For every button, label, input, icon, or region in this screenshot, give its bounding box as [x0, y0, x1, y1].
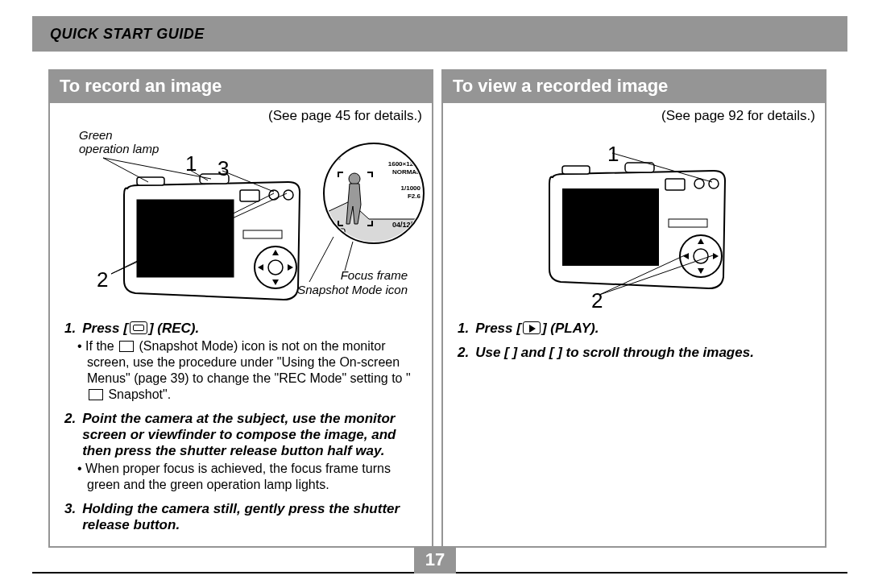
svg-rect-33 [562, 166, 590, 174]
step-number: 2. [458, 345, 469, 361]
svg-text:04/12/24: 04/12/24 [392, 221, 420, 229]
step-text: Press [] (REC). [82, 321, 199, 337]
svg-rect-21 [334, 230, 338, 235]
step-2: 2. Point the camera at the subject, use … [64, 411, 417, 493]
svg-point-38 [709, 179, 719, 188]
illustration-view: 1 2 [453, 127, 815, 313]
step-number: 2. [64, 411, 76, 459]
annot-green-lamp: Green operation lamp [79, 129, 159, 155]
svg-line-13 [103, 158, 148, 182]
step-1: 1. Press [] (PLAY). [458, 321, 810, 337]
step-number: 1. [64, 321, 76, 337]
annot-snapshot-icon: Snapshot Mode icon [297, 284, 408, 297]
camera-view-svg [453, 127, 818, 313]
steps-record: 1. Press [] (REC). • If the (Snapshot Mo… [50, 317, 432, 549]
callout-1: 1 [607, 142, 619, 167]
step-text: Holding the camera still, gently press t… [82, 501, 417, 533]
t: When proper focus is achieved, the focus… [85, 462, 391, 491]
snapshot-mode-icon [89, 389, 103, 400]
step-text: Point the camera at the subject, use the… [82, 411, 417, 459]
heading-view: To view a recorded image [443, 71, 825, 103]
t: ] (PLAY). [542, 321, 599, 336]
step-number: 1. [458, 321, 469, 337]
rec-icon [130, 321, 147, 334]
svg-rect-2 [137, 200, 234, 277]
step-1-bullet: • If the (Snapshot Mode) icon is not on … [64, 338, 417, 403]
column-view: To view a recorded image (See page 92 fo… [441, 69, 826, 548]
see-page-view: (See page 92 for details.) [443, 103, 825, 124]
step-text: Press [] (PLAY). [475, 321, 599, 337]
illustration-record: Green operation lamp 1 3 2 [60, 127, 422, 313]
annot-focus-frame: Focus frame [341, 269, 408, 283]
svg-line-32 [309, 237, 334, 282]
step-3: 3. Holding the camera still, gently pres… [64, 501, 417, 533]
svg-point-18 [349, 173, 360, 184]
svg-rect-20 [329, 230, 333, 235]
svg-text:F2.6: F2.6 [408, 193, 421, 200]
see-page-record: (See page 45 for details.) [50, 103, 432, 124]
step-2-bullet: • When proper focus is achieved, the foc… [64, 461, 417, 493]
svg-rect-36 [665, 179, 685, 190]
svg-text:10: 10 [411, 148, 420, 158]
callout-2: 2 [591, 288, 603, 313]
callout-2: 2 [97, 267, 108, 292]
svg-line-31 [345, 242, 353, 271]
svg-rect-3 [240, 190, 259, 201]
callout-3: 3 [218, 156, 229, 181]
t: Press [ [475, 321, 521, 336]
header-title: QUICK START GUIDE [50, 26, 205, 43]
svg-rect-35 [562, 188, 659, 266]
step-number: 3. [64, 501, 76, 533]
step-2: 2. Use [ ] and [ ] to scroll through the… [458, 345, 810, 361]
snapshot-mode-icon [119, 341, 134, 352]
step-text: Use [ ] and [ ] to scroll through the im… [475, 345, 754, 361]
t: Press [ [82, 321, 128, 336]
column-record: To record an image (See page 45 for deta… [48, 69, 433, 548]
svg-text:1/1000: 1/1000 [401, 184, 421, 192]
t: ] (REC). [149, 321, 199, 336]
svg-point-5 [284, 190, 293, 200]
page-number: 17 [414, 546, 456, 574]
callout-1: 1 [185, 151, 197, 176]
steps-view: 1. Press [] (PLAY). 2. Use [ ] and [ ] t… [443, 317, 825, 377]
heading-record: To record an image [50, 71, 432, 103]
step-1: 1. Press [] (REC). • If the (Snapshot Mo… [64, 321, 417, 403]
play-icon [523, 321, 541, 334]
svg-point-7 [268, 260, 283, 275]
manual-page: QUICK START GUIDE To record an image (Se… [0, 0, 870, 588]
svg-point-37 [694, 179, 704, 188]
